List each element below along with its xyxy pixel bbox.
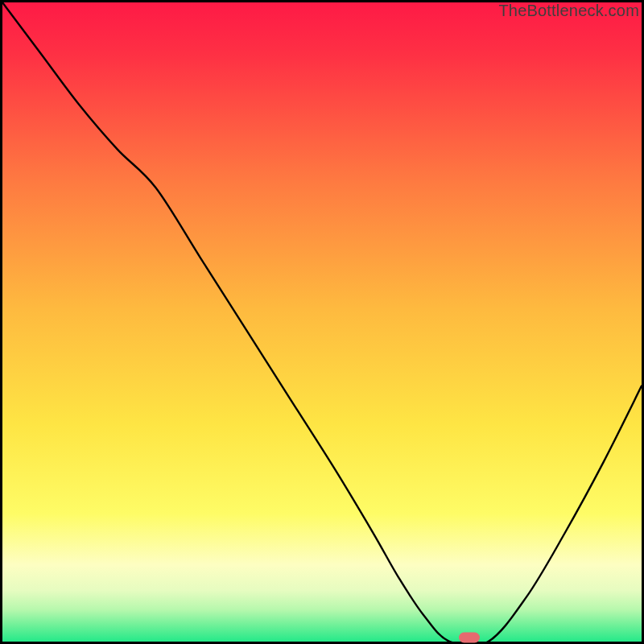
gradient-background	[2, 2, 642, 642]
optimal-marker	[459, 633, 480, 643]
plot-area	[2, 2, 642, 642]
chart-stage: TheBottleneck.com	[0, 0, 644, 644]
chart-svg	[2, 2, 642, 642]
